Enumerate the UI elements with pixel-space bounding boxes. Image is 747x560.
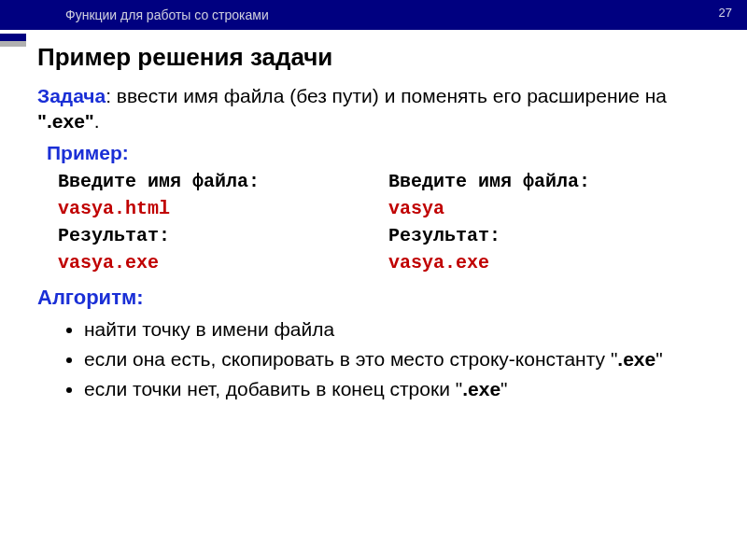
list-item: если точки нет, добавить в конец строки … bbox=[84, 375, 719, 403]
task-text-before: : ввести имя файла (без пути) и поменять… bbox=[106, 85, 667, 106]
example-col-right: Введите имя файла: vasya Результат: vasy… bbox=[388, 168, 719, 276]
result-right: vasya.exe bbox=[388, 249, 719, 276]
task-description: Задача: ввести имя файла (без пути) и по… bbox=[37, 83, 719, 134]
slide: Функции для работы со строками 27 Пример… bbox=[0, 0, 747, 560]
task-ext: ".exe" bbox=[37, 110, 94, 132]
example-col-left: Введите имя файла: vasya.html Результат:… bbox=[58, 168, 388, 276]
example-columns: Введите имя файла: vasya.html Результат:… bbox=[58, 168, 719, 276]
result-label-right: Результат: bbox=[388, 222, 719, 249]
algo-item-suffix: " bbox=[500, 378, 507, 399]
slide-content: Пример решения задачи Задача: ввести имя… bbox=[0, 30, 747, 404]
list-item: если она есть, скопировать в это место с… bbox=[84, 345, 719, 373]
example-label: Пример: bbox=[47, 142, 719, 164]
algorithm-label: Алгоритм: bbox=[37, 286, 719, 310]
algorithm-list: найти точку в имени файла если она есть,… bbox=[84, 315, 719, 404]
result-label-left: Результат: bbox=[58, 222, 388, 249]
input-right: vasya bbox=[388, 195, 719, 222]
list-item: найти точку в имени файла bbox=[84, 315, 719, 343]
algo-item-prefix: найти точку в имени файла bbox=[84, 318, 334, 340]
page-title: Пример решения задачи bbox=[37, 43, 719, 72]
task-text-after: . bbox=[94, 110, 100, 132]
breadcrumb: Функции для работы со строками bbox=[65, 7, 269, 22]
prompt-left: Введите имя файла: bbox=[58, 168, 388, 195]
algo-item-bold: .exe bbox=[617, 348, 655, 370]
slide-number: 27 bbox=[719, 6, 732, 20]
algo-item-suffix: " bbox=[655, 348, 662, 370]
prompt-right: Введите имя файла: bbox=[388, 168, 719, 195]
corner-stripe bbox=[0, 41, 26, 47]
algo-item-bold: .exe bbox=[462, 378, 500, 399]
algo-item-prefix: если она есть, скопировать в это место с… bbox=[84, 348, 617, 370]
task-label: Задача bbox=[37, 85, 106, 106]
algo-item-prefix: если точки нет, добавить в конец строки … bbox=[84, 378, 462, 399]
input-left: vasya.html bbox=[58, 195, 388, 222]
slide-header: Функции для работы со строками 27 bbox=[0, 0, 747, 30]
result-left: vasya.exe bbox=[58, 249, 388, 276]
corner-stripe bbox=[0, 34, 26, 41]
